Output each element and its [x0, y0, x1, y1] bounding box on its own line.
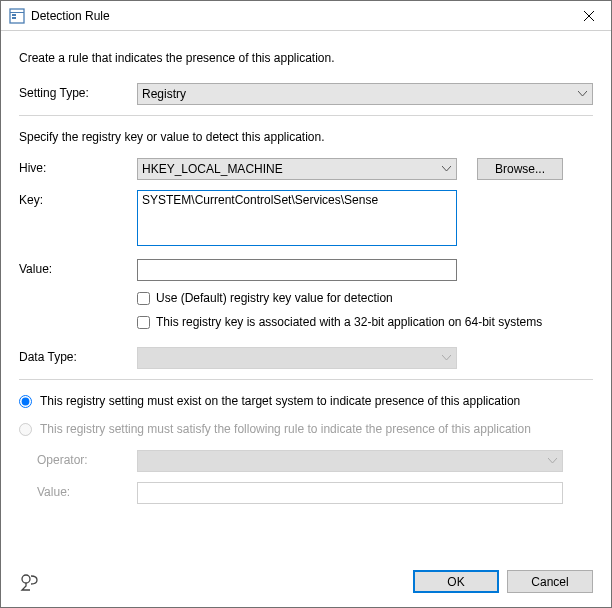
radio-must-exist-label: This registry setting must exist on the … [40, 394, 520, 408]
sub-instruction-text: Specify the registry key or value to det… [19, 130, 593, 144]
data-type-label: Data Type: [19, 347, 137, 364]
setting-type-select[interactable]: Registry [137, 83, 593, 105]
svg-point-6 [22, 575, 30, 583]
use-default-label: Use (Default) registry key value for det… [156, 291, 393, 305]
radio-must-exist[interactable] [19, 395, 32, 408]
32bit-checkbox[interactable] [137, 316, 150, 329]
value-input[interactable] [137, 259, 457, 281]
key-input[interactable]: SYSTEM\CurrentControlSet\Services\Sense [137, 190, 457, 246]
close-icon [584, 11, 594, 21]
rule-value-input [137, 482, 563, 504]
feedback-icon[interactable] [19, 572, 39, 592]
cancel-button[interactable]: Cancel [507, 570, 593, 593]
value-label: Value: [19, 259, 137, 276]
svg-rect-2 [12, 14, 16, 16]
setting-type-label: Setting Type: [19, 83, 137, 100]
ok-button[interactable]: OK [413, 570, 499, 593]
titlebar: Detection Rule [1, 1, 611, 31]
close-button[interactable] [566, 1, 611, 30]
separator [19, 379, 593, 380]
window-title: Detection Rule [31, 9, 110, 23]
32bit-label: This registry key is associated with a 3… [156, 315, 542, 329]
data-type-select [137, 347, 457, 369]
radio-satisfy-rule-label: This registry setting must satisfy the f… [40, 422, 531, 436]
key-label: Key: [19, 190, 137, 207]
use-default-checkbox[interactable] [137, 292, 150, 305]
separator [19, 115, 593, 116]
operator-label: Operator: [37, 450, 137, 467]
rule-value-label: Value: [37, 482, 137, 499]
app-icon [9, 8, 25, 24]
radio-satisfy-rule [19, 423, 32, 436]
operator-select [137, 450, 563, 472]
hive-select[interactable]: HKEY_LOCAL_MACHINE [137, 158, 457, 180]
hive-label: Hive: [19, 158, 137, 175]
browse-button[interactable]: Browse... [477, 158, 563, 180]
svg-rect-3 [12, 17, 16, 19]
instruction-text: Create a rule that indicates the presenc… [19, 51, 593, 65]
